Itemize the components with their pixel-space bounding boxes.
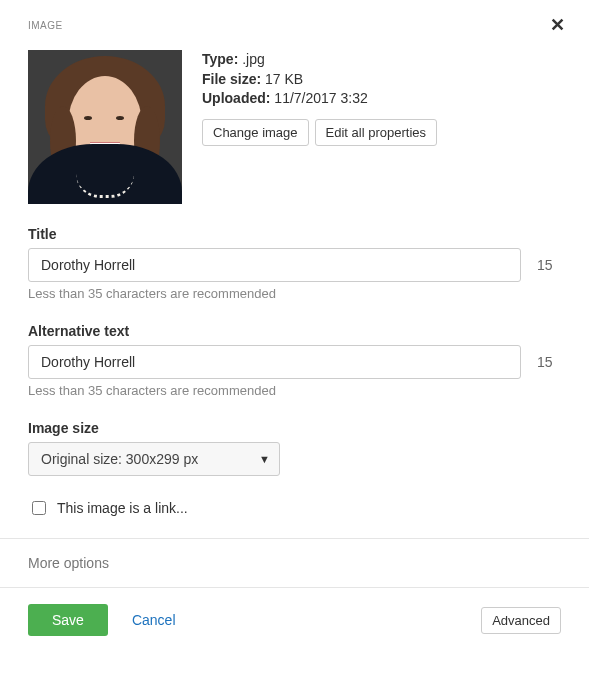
image-size-label: Image size [28, 420, 561, 436]
filesize-label: File size: [202, 71, 261, 87]
filesize-value: 17 KB [265, 71, 303, 87]
dialog-footer: Save Cancel Advanced [0, 588, 589, 654]
alt-text-char-count: 15 [537, 354, 561, 370]
type-label: Type: [202, 51, 238, 67]
edit-all-properties-button[interactable]: Edit all properties [315, 119, 437, 146]
change-image-button[interactable]: Change image [202, 119, 309, 146]
image-meta: Type: .jpg File size: 17 KB Uploaded: 11… [202, 50, 437, 146]
cancel-link[interactable]: Cancel [132, 612, 176, 628]
image-size-field-block: Image size Original size: 300x299 px ▼ [28, 420, 561, 476]
dialog-content: Type: .jpg File size: 17 KB Uploaded: 11… [0, 50, 589, 538]
more-options-toggle[interactable]: More options [0, 539, 589, 587]
image-is-link-label: This image is a link... [57, 500, 188, 516]
image-is-link-checkbox[interactable] [32, 501, 46, 515]
save-button[interactable]: Save [28, 604, 108, 636]
type-value: .jpg [242, 51, 265, 67]
title-char-count: 15 [537, 257, 561, 273]
image-thumbnail[interactable] [28, 50, 182, 204]
image-dialog: IMAGE ✕ Type: .jpg [0, 0, 589, 654]
title-hint: Less than 35 characters are recommended [28, 286, 561, 301]
dialog-title: IMAGE [28, 20, 63, 31]
title-label: Title [28, 226, 561, 242]
alt-text-field-block: Alternative text 15 Less than 35 charact… [28, 323, 561, 398]
dialog-header: IMAGE ✕ [0, 0, 589, 42]
title-field-block: Title 15 Less than 35 characters are rec… [28, 226, 561, 301]
uploaded-label: Uploaded: [202, 90, 270, 106]
close-icon[interactable]: ✕ [546, 16, 569, 34]
alt-text-label: Alternative text [28, 323, 561, 339]
image-meta-row: Type: .jpg File size: 17 KB Uploaded: 11… [28, 50, 561, 204]
alt-text-input[interactable] [28, 345, 521, 379]
title-input[interactable] [28, 248, 521, 282]
advanced-button[interactable]: Advanced [481, 607, 561, 634]
alt-text-hint: Less than 35 characters are recommended [28, 383, 561, 398]
uploaded-value: 11/7/2017 3:32 [274, 90, 367, 106]
image-size-select[interactable]: Original size: 300x299 px [28, 442, 280, 476]
